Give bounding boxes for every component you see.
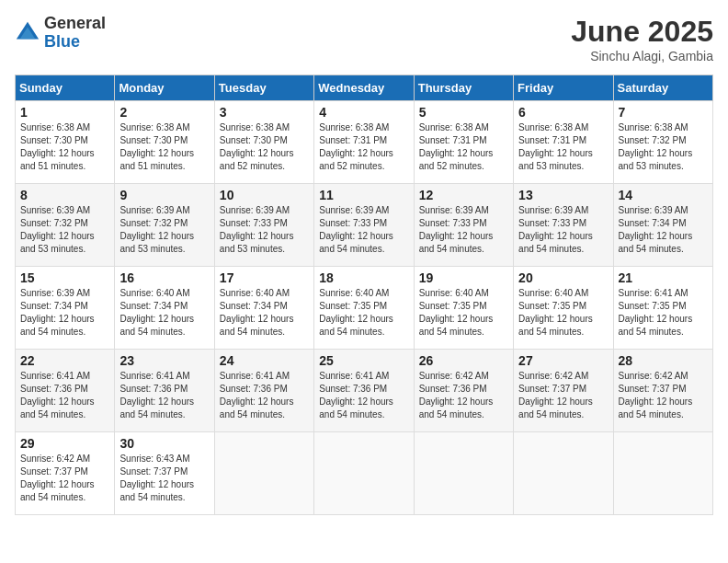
day-cell-27: 27 Sunrise: 6:42 AMSunset: 7:37 PMDaylig… <box>514 350 613 432</box>
title-block: June 2025 Sinchu Alagi, Gambia <box>571 15 713 63</box>
day-cell-10: 10 Sunrise: 6:39 AMSunset: 7:33 PMDaylig… <box>214 184 313 267</box>
empty-cell-1 <box>214 432 313 515</box>
header-monday: Monday <box>115 75 214 101</box>
weekday-header-row: Sunday Monday Tuesday Wednesday Thursday… <box>16 75 713 101</box>
empty-cell-5 <box>613 432 712 515</box>
header-tuesday: Tuesday <box>214 75 313 101</box>
week-row-4: 22 Sunrise: 6:41 AMSunset: 7:36 PMDaylig… <box>16 350 713 432</box>
page-header: General Blue June 2025 Sinchu Alagi, Gam… <box>15 15 713 63</box>
header-thursday: Thursday <box>414 75 513 101</box>
calendar-table: Sunday Monday Tuesday Wednesday Thursday… <box>15 75 713 515</box>
day-cell-6: 6 Sunrise: 6:38 AMSunset: 7:31 PMDayligh… <box>514 101 613 184</box>
day-cell-21: 21 Sunrise: 6:41 AMSunset: 7:35 PMDaylig… <box>613 267 712 350</box>
day-cell-8: 8 Sunrise: 6:39 AMSunset: 7:32 PMDayligh… <box>16 184 115 267</box>
day-cell-20: 20 Sunrise: 6:40 AMSunset: 7:35 PMDaylig… <box>514 267 613 350</box>
day-cell-22: 22 Sunrise: 6:41 AMSunset: 7:36 PMDaylig… <box>16 350 115 432</box>
header-sunday: Sunday <box>16 75 115 101</box>
empty-cell-4 <box>514 432 613 515</box>
header-wednesday: Wednesday <box>314 75 414 101</box>
empty-cell-3 <box>414 432 513 515</box>
day-cell-13: 13 Sunrise: 6:39 AMSunset: 7:33 PMDaylig… <box>514 184 613 267</box>
week-row-1: 1 Sunrise: 6:38 AMSunset: 7:30 PMDayligh… <box>16 101 713 184</box>
day-cell-25: 25 Sunrise: 6:41 AMSunset: 7:36 PMDaylig… <box>314 350 414 432</box>
day-cell-14: 14 Sunrise: 6:39 AMSunset: 7:34 PMDaylig… <box>613 184 712 267</box>
day-cell-2: 2 Sunrise: 6:38 AMSunset: 7:30 PMDayligh… <box>115 101 214 184</box>
month-year: June 2025 <box>571 15 713 49</box>
day-cell-4: 4 Sunrise: 6:38 AMSunset: 7:31 PMDayligh… <box>314 101 414 184</box>
header-saturday: Saturday <box>613 75 712 101</box>
week-row-3: 15 Sunrise: 6:39 AMSunset: 7:34 PMDaylig… <box>16 267 713 350</box>
day-cell-30: 30 Sunrise: 6:43 AMSunset: 7:37 PMDaylig… <box>115 432 214 515</box>
day-cell-17: 17 Sunrise: 6:40 AMSunset: 7:34 PMDaylig… <box>214 267 313 350</box>
day-cell-23: 23 Sunrise: 6:41 AMSunset: 7:36 PMDaylig… <box>115 350 214 432</box>
week-row-5: 29 Sunrise: 6:42 AMSunset: 7:37 PMDaylig… <box>16 432 713 515</box>
day-cell-5: 5 Sunrise: 6:38 AMSunset: 7:31 PMDayligh… <box>414 101 513 184</box>
logo-icon <box>15 20 40 46</box>
day-cell-19: 19 Sunrise: 6:40 AMSunset: 7:35 PMDaylig… <box>414 267 513 350</box>
day-cell-24: 24 Sunrise: 6:41 AMSunset: 7:36 PMDaylig… <box>214 350 313 432</box>
logo-blue-text: Blue <box>44 33 106 52</box>
logo: General Blue <box>15 15 106 52</box>
location: Sinchu Alagi, Gambia <box>571 49 713 63</box>
day-cell-18: 18 Sunrise: 6:40 AMSunset: 7:35 PMDaylig… <box>314 267 414 350</box>
day-cell-15: 15 Sunrise: 6:39 AMSunset: 7:34 PMDaylig… <box>16 267 115 350</box>
day-cell-16: 16 Sunrise: 6:40 AMSunset: 7:34 PMDaylig… <box>115 267 214 350</box>
week-row-2: 8 Sunrise: 6:39 AMSunset: 7:32 PMDayligh… <box>16 184 713 267</box>
day-cell-3: 3 Sunrise: 6:38 AMSunset: 7:30 PMDayligh… <box>214 101 313 184</box>
day-cell-12: 12 Sunrise: 6:39 AMSunset: 7:33 PMDaylig… <box>414 184 513 267</box>
day-cell-1: 1 Sunrise: 6:38 AMSunset: 7:30 PMDayligh… <box>16 101 115 184</box>
day-cell-26: 26 Sunrise: 6:42 AMSunset: 7:36 PMDaylig… <box>414 350 513 432</box>
day-cell-29: 29 Sunrise: 6:42 AMSunset: 7:37 PMDaylig… <box>16 432 115 515</box>
header-friday: Friday <box>514 75 613 101</box>
day-cell-28: 28 Sunrise: 6:42 AMSunset: 7:37 PMDaylig… <box>613 350 712 432</box>
logo-text: General Blue <box>44 15 106 52</box>
day-cell-7: 7 Sunrise: 6:38 AMSunset: 7:32 PMDayligh… <box>613 101 712 184</box>
logo-general: General <box>44 15 106 33</box>
day-cell-11: 11 Sunrise: 6:39 AMSunset: 7:33 PMDaylig… <box>314 184 414 267</box>
day-cell-9: 9 Sunrise: 6:39 AMSunset: 7:32 PMDayligh… <box>115 184 214 267</box>
empty-cell-2 <box>314 432 414 515</box>
